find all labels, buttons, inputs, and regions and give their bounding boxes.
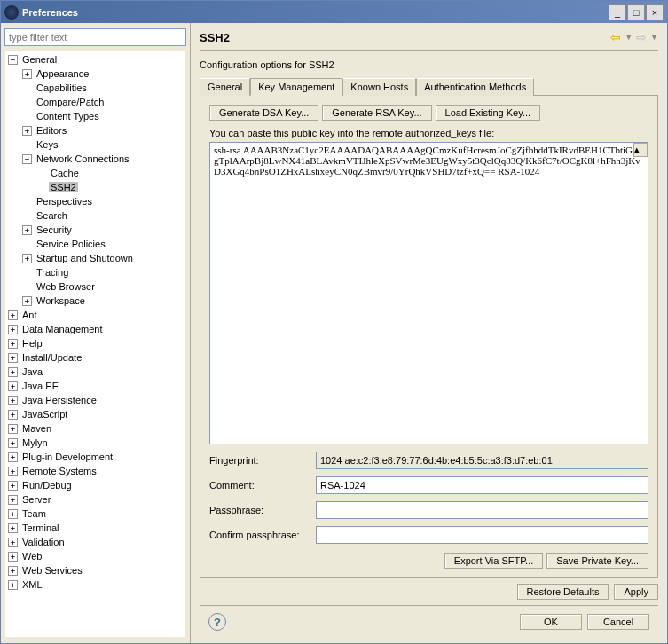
expand-icon[interactable]: +	[8, 424, 18, 434]
expand-icon[interactable]: +	[8, 310, 18, 320]
help-icon[interactable]: ?	[208, 613, 226, 631]
tree-item[interactable]: SSH2	[5, 180, 185, 194]
ok-button[interactable]: OK	[520, 614, 582, 630]
tree-item[interactable]: Service Policies	[5, 237, 185, 251]
tree-item[interactable]: +Mylyn	[5, 436, 185, 450]
expand-icon[interactable]: +	[8, 396, 18, 405]
expand-icon[interactable]: +	[8, 495, 18, 505]
expand-icon[interactable]: +	[8, 509, 18, 519]
collapse-icon[interactable]: −	[22, 154, 32, 164]
restore-defaults-button[interactable]: Restore Defaults	[517, 584, 609, 600]
close-button[interactable]: ×	[646, 4, 664, 20]
tree-item[interactable]: +Web Services	[5, 563, 185, 577]
expand-icon[interactable]: +	[8, 481, 18, 491]
tree-item[interactable]: Perspectives	[5, 194, 185, 208]
expand-icon[interactable]: +	[8, 467, 18, 476]
tree-item-label: Java EE	[20, 381, 60, 391]
public-key-text: ssh-rsa AAAAB3NzaC1yc2EAAAADAQABAAAAgQCm…	[214, 145, 641, 177]
expand-icon[interactable]: +	[22, 126, 32, 136]
confirm-passphrase-field[interactable]	[316, 526, 648, 544]
tree-item[interactable]: +Server	[5, 492, 185, 507]
expand-icon[interactable]: +	[22, 254, 32, 263]
expand-icon[interactable]: +	[8, 367, 18, 377]
tree-item[interactable]: Content Types	[5, 109, 185, 123]
expand-icon[interactable]: +	[8, 523, 18, 533]
tree-item[interactable]: +Appearance	[5, 67, 185, 81]
app-icon	[4, 5, 19, 20]
tree-item[interactable]: +Web	[5, 549, 185, 563]
tree-item[interactable]: +Security	[5, 223, 185, 237]
tabset: GeneralKey ManagementKnown HostsAuthenti…	[200, 77, 658, 96]
tree-item[interactable]: +Remote Systems	[5, 464, 185, 478]
expand-icon[interactable]: +	[8, 538, 18, 547]
tab-general[interactable]: General	[200, 78, 250, 96]
tree-item-label: Tracing	[35, 267, 70, 278]
tree-item[interactable]: +Startup and Shutdown	[5, 251, 185, 265]
tab-authentication-methods[interactable]: Authentication Methods	[416, 78, 534, 96]
back-icon[interactable]: ⇦	[610, 30, 621, 44]
load-key-button[interactable]: Load Existing Key...	[436, 105, 540, 121]
generate-rsa-button[interactable]: Generate RSA Key...	[322, 105, 431, 121]
expand-icon[interactable]: +	[8, 381, 18, 391]
tree-item-label: Keys	[35, 139, 59, 150]
tree-item[interactable]: Capabilities	[5, 81, 185, 95]
back-menu-icon[interactable]: ▼	[625, 33, 633, 42]
comment-field[interactable]	[316, 476, 648, 494]
collapse-icon[interactable]: −	[8, 55, 18, 65]
tree-item[interactable]: +Editors	[5, 123, 185, 137]
tree-item-label: Plug-in Development	[20, 452, 114, 462]
tree-item[interactable]: −Network Connections	[5, 152, 185, 166]
tree-item[interactable]: +Terminal	[5, 521, 185, 535]
tree-item[interactable]: Keys	[5, 137, 185, 152]
tree-item[interactable]: +XML	[5, 577, 185, 592]
apply-button[interactable]: Apply	[614, 584, 658, 600]
scroll-up-icon[interactable]: ▴	[633, 143, 648, 157]
passphrase-field[interactable]	[316, 501, 648, 519]
forward-menu-icon[interactable]: ▼	[650, 33, 658, 42]
tree-item[interactable]: Search	[5, 208, 185, 223]
expand-icon[interactable]: +	[8, 438, 18, 448]
expand-icon[interactable]: +	[8, 566, 18, 576]
tree-item[interactable]: +Maven	[5, 421, 185, 436]
expand-icon[interactable]: +	[22, 69, 32, 79]
tree-item[interactable]: +Install/Update	[5, 350, 185, 365]
tree-item[interactable]: Tracing	[5, 265, 185, 279]
maximize-button[interactable]: □	[627, 4, 645, 20]
expand-icon[interactable]: +	[8, 410, 18, 420]
tree-item[interactable]: +Help	[5, 336, 185, 350]
filter-input[interactable]	[4, 28, 186, 46]
expand-icon[interactable]: +	[8, 552, 18, 562]
public-key-textarea[interactable]: ssh-rsa AAAAB3NzaC1yc2EAAAADAQABAAAAgQCm…	[209, 142, 648, 444]
tree-item[interactable]: Compare/Patch	[5, 95, 185, 109]
generate-dsa-button[interactable]: Generate DSA Key...	[209, 105, 318, 121]
tree-item[interactable]: +Java EE	[5, 379, 185, 393]
tree-item[interactable]: +Ant	[5, 308, 185, 322]
tab-known-hosts[interactable]: Known Hosts	[342, 78, 416, 96]
expand-icon[interactable]: +	[8, 339, 18, 349]
minimize-button[interactable]: _	[609, 4, 626, 20]
tree-item[interactable]: +Plug-in Development	[5, 450, 185, 464]
tree-item[interactable]: +Data Management	[5, 322, 185, 336]
expand-icon[interactable]: +	[22, 225, 32, 235]
expand-icon[interactable]: +	[22, 296, 32, 306]
tree-item-label: Ant	[20, 310, 39, 320]
tree-item[interactable]: +Run/Debug	[5, 478, 185, 492]
tree-item[interactable]: +Validation	[5, 535, 185, 549]
tree-item[interactable]: +Java Persistence	[5, 393, 185, 407]
export-sftp-button[interactable]: Export Via SFTP...	[444, 553, 543, 569]
expand-icon[interactable]: +	[8, 580, 18, 590]
expand-icon[interactable]: +	[8, 353, 18, 363]
expand-icon[interactable]: +	[8, 325, 18, 334]
tree-item[interactable]: +Workspace	[5, 294, 185, 308]
tree-item[interactable]: −General	[5, 52, 185, 67]
expand-icon[interactable]: +	[8, 452, 18, 462]
tree-item[interactable]: Cache	[5, 166, 185, 180]
cancel-button[interactable]: Cancel	[587, 614, 649, 630]
save-private-key-button[interactable]: Save Private Key...	[546, 553, 648, 569]
tree-item[interactable]: Web Browser	[5, 279, 185, 294]
tab-key-management[interactable]: Key Management	[250, 78, 342, 96]
preferences-tree[interactable]: −General+AppearanceCapabilitiesCompare/P…	[4, 50, 186, 638]
tree-item[interactable]: +JavaScript	[5, 407, 185, 421]
tree-item[interactable]: +Java	[5, 365, 185, 379]
tree-item[interactable]: +Team	[5, 507, 185, 521]
